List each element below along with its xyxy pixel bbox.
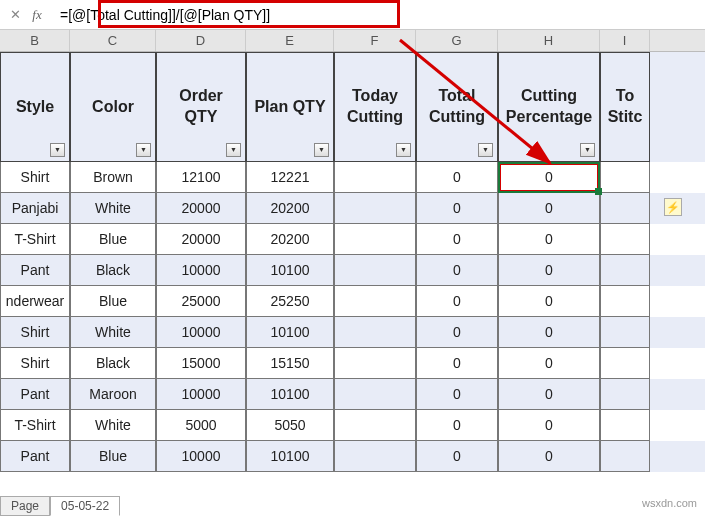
cell-today-cutting[interactable] [334,317,416,348]
cell-style[interactable]: Shirt [0,317,70,348]
col-header-C[interactable]: C [70,30,156,51]
cell-plan-qty[interactable]: 10100 [246,441,334,472]
cell-color[interactable]: Black [70,348,156,379]
cell-stitch[interactable] [600,348,650,379]
cell-plan-qty[interactable]: 10100 [246,317,334,348]
header-today-stitch[interactable]: To Stitc [600,52,650,162]
cell-today-cutting[interactable] [334,441,416,472]
cell-color[interactable]: Blue [70,224,156,255]
cell-plan-qty[interactable]: 5050 [246,410,334,441]
cell-cutting-percentage[interactable]: 0 [498,286,600,317]
col-header-E[interactable]: E [246,30,334,51]
header-style[interactable]: Style▼ [0,52,70,162]
cell-stitch[interactable] [600,410,650,441]
header-plan-qty[interactable]: Plan QTY▼ [246,52,334,162]
col-header-D[interactable]: D [156,30,246,51]
header-cutting-percentage[interactable]: Cutting Percentage▼ [498,52,600,162]
cell-cutting-percentage[interactable]: 0 [498,410,600,441]
filter-icon[interactable]: ▼ [136,143,151,157]
cell-color[interactable]: Black [70,255,156,286]
cell-cutting-percentage[interactable]: 0 [498,162,600,193]
cell-color[interactable]: Brown [70,162,156,193]
cell-stitch[interactable] [600,317,650,348]
cell-total-cutting[interactable]: 0 [416,193,498,224]
filter-icon[interactable]: ▼ [50,143,65,157]
cell-order-qty[interactable]: 15000 [156,348,246,379]
col-header-I[interactable]: I [600,30,650,51]
col-header-G[interactable]: G [416,30,498,51]
cancel-icon[interactable]: ✕ [4,4,26,26]
cell-stitch[interactable] [600,162,650,193]
col-header-H[interactable]: H [498,30,600,51]
cell-order-qty[interactable]: 10000 [156,255,246,286]
filter-icon[interactable]: ▼ [580,143,595,157]
cell-today-cutting[interactable] [334,410,416,441]
cell-order-qty[interactable]: 25000 [156,286,246,317]
cell-plan-qty[interactable]: 10100 [246,255,334,286]
cell-style[interactable]: Pant [0,441,70,472]
filter-icon[interactable]: ▼ [226,143,241,157]
cell-order-qty[interactable]: 10000 [156,379,246,410]
header-today-cutting[interactable]: Today Cutting▼ [334,52,416,162]
cell-stitch[interactable] [600,379,650,410]
header-total-cutting[interactable]: Total Cutting▼ [416,52,498,162]
cell-cutting-percentage[interactable]: 0 [498,317,600,348]
cell-total-cutting[interactable]: 0 [416,441,498,472]
cell-color[interactable]: White [70,410,156,441]
cell-total-cutting[interactable]: 0 [416,348,498,379]
cell-total-cutting[interactable]: 0 [416,255,498,286]
cell-style[interactable]: T-Shirt [0,410,70,441]
cell-order-qty[interactable]: 10000 [156,441,246,472]
fx-icon[interactable]: fx [26,4,48,26]
cell-total-cutting[interactable]: 0 [416,224,498,255]
formula-input[interactable] [54,5,701,25]
cell-plan-qty[interactable]: 10100 [246,379,334,410]
cell-total-cutting[interactable]: 0 [416,317,498,348]
filter-icon[interactable]: ▼ [478,143,493,157]
sheet-tab-page[interactable]: Page [0,496,50,516]
cell-cutting-percentage[interactable]: 0 [498,255,600,286]
cell-plan-qty[interactable]: 25250 [246,286,334,317]
cell-color[interactable]: Blue [70,441,156,472]
cell-today-cutting[interactable] [334,224,416,255]
cell-stitch[interactable] [600,286,650,317]
col-header-F[interactable]: F [334,30,416,51]
cell-style[interactable]: Pant [0,255,70,286]
cell-cutting-percentage[interactable]: 0 [498,193,600,224]
cell-color[interactable]: White [70,193,156,224]
cell-color[interactable]: Blue [70,286,156,317]
cell-order-qty[interactable]: 12100 [156,162,246,193]
autofill-options-icon[interactable]: ⚡ [664,198,682,216]
cell-stitch[interactable] [600,255,650,286]
cell-style[interactable]: Panjabi [0,193,70,224]
cell-cutting-percentage[interactable]: 0 [498,224,600,255]
cell-order-qty[interactable]: 20000 [156,224,246,255]
cell-today-cutting[interactable] [334,379,416,410]
cell-color[interactable]: White [70,317,156,348]
cell-today-cutting[interactable] [334,255,416,286]
cell-plan-qty[interactable]: 20200 [246,224,334,255]
cell-color[interactable]: Maroon [70,379,156,410]
cell-plan-qty[interactable]: 12221 [246,162,334,193]
cell-stitch[interactable] [600,193,650,224]
cell-stitch[interactable] [600,224,650,255]
cell-today-cutting[interactable] [334,286,416,317]
cell-cutting-percentage[interactable]: 0 [498,441,600,472]
cell-total-cutting[interactable]: 0 [416,286,498,317]
cell-order-qty[interactable]: 10000 [156,317,246,348]
cell-total-cutting[interactable]: 0 [416,162,498,193]
cell-today-cutting[interactable] [334,348,416,379]
cell-cutting-percentage[interactable]: 0 [498,379,600,410]
header-color[interactable]: Color▼ [70,52,156,162]
cell-today-cutting[interactable] [334,193,416,224]
cell-today-cutting[interactable] [334,162,416,193]
filter-icon[interactable]: ▼ [314,143,329,157]
cell-total-cutting[interactable]: 0 [416,379,498,410]
filter-icon[interactable]: ▼ [396,143,411,157]
cell-total-cutting[interactable]: 0 [416,410,498,441]
cell-style[interactable]: Shirt [0,162,70,193]
cell-style[interactable]: Shirt [0,348,70,379]
cell-cutting-percentage[interactable]: 0 [498,348,600,379]
sheet-tab-date[interactable]: 05-05-22 [50,496,120,516]
cell-plan-qty[interactable]: 20200 [246,193,334,224]
